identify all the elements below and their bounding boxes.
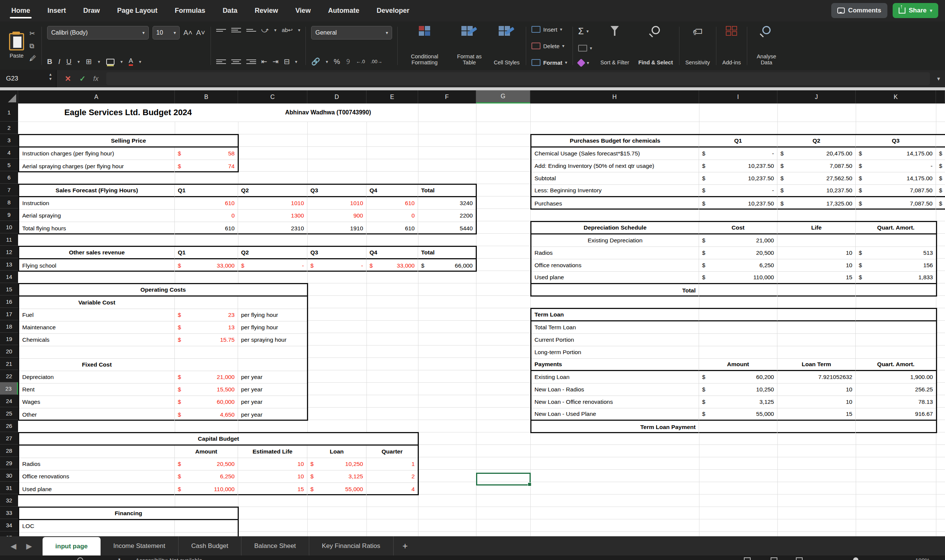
cell-H25[interactable]: New Loan - Used Plane bbox=[532, 408, 699, 421]
cell-C29[interactable]: 10 bbox=[238, 458, 307, 471]
cell-K11[interactable] bbox=[856, 234, 936, 247]
cell-E9[interactable]: 0 bbox=[367, 210, 418, 222]
cell-I6[interactable]: $10,237.50 bbox=[699, 172, 777, 185]
name-box-spinner[interactable]: ▲▼ bbox=[49, 72, 52, 81]
cell-A33[interactable]: Financing bbox=[19, 508, 237, 520]
cell-K24[interactable]: 78.13 bbox=[856, 396, 936, 408]
cell-F8[interactable]: 3240 bbox=[418, 197, 476, 210]
cell-D28[interactable]: Loan bbox=[307, 446, 367, 458]
row-header-19[interactable]: 19 bbox=[0, 333, 18, 345]
cell-K20[interactable] bbox=[856, 346, 936, 358]
cell-A29[interactable]: Radios bbox=[19, 458, 175, 471]
row-header-13[interactable]: 13 bbox=[0, 258, 18, 271]
cell-C17[interactable]: per flying hour bbox=[238, 309, 307, 322]
cell-C1[interactable]: Abhinav Wadhwa (T00743990) bbox=[238, 103, 418, 122]
cell-K13[interactable]: $156 bbox=[856, 259, 936, 272]
chevron-down-icon[interactable]: ▾ bbox=[274, 28, 276, 33]
cell-J14[interactable]: 15 bbox=[777, 272, 856, 284]
row-header-28[interactable]: 28 bbox=[0, 445, 18, 457]
menu-draw[interactable]: Draw bbox=[83, 7, 100, 15]
cell-C12[interactable]: Q2 bbox=[238, 247, 307, 259]
cell-B12[interactable]: Q1 bbox=[175, 247, 238, 259]
cell-B4[interactable]: $58 bbox=[175, 148, 237, 160]
cell-J18[interactable] bbox=[777, 322, 856, 334]
cell-E13[interactable]: $33,000 bbox=[367, 259, 418, 272]
cell-C28[interactable]: Estimated Life bbox=[238, 446, 307, 458]
chevron-down-icon[interactable]: ▾ bbox=[298, 28, 300, 33]
cell-B29[interactable]: $20,500 bbox=[175, 458, 238, 471]
addins-button[interactable]: Add-ins bbox=[718, 25, 745, 67]
cell-C9[interactable]: 1300 bbox=[238, 210, 307, 222]
cell-L7[interactable]: $ bbox=[936, 185, 945, 197]
cell-H24[interactable]: New Loan - Office renovations bbox=[532, 396, 699, 408]
cell-B30[interactable]: $6,250 bbox=[175, 471, 238, 483]
row-header-22[interactable]: 22 bbox=[0, 370, 18, 382]
col-header-J[interactable]: J bbox=[777, 90, 856, 103]
row-header-1[interactable]: 1 bbox=[0, 103, 18, 122]
cell-K19[interactable] bbox=[856, 334, 936, 346]
menu-insert[interactable]: Insert bbox=[48, 7, 66, 15]
cell-J20[interactable] bbox=[777, 346, 856, 358]
cell-F13[interactable]: $66,000 bbox=[418, 259, 476, 272]
cell-K3[interactable]: Q3 bbox=[856, 135, 936, 148]
decrease-font-icon[interactable]: A˅ bbox=[196, 29, 205, 37]
orientation-icon[interactable]: ⤻ bbox=[261, 26, 269, 34]
cell-J8[interactable]: $17,325.00 bbox=[777, 197, 856, 210]
cell-I20[interactable] bbox=[699, 346, 777, 358]
macro-record-icon[interactable] bbox=[77, 557, 83, 560]
cell-J15[interactable] bbox=[777, 284, 856, 297]
menu-view[interactable]: View bbox=[295, 7, 311, 15]
decrease-decimal-icon[interactable]: .00→ bbox=[371, 59, 382, 65]
col-header-F[interactable]: F bbox=[418, 90, 476, 103]
cell-H13[interactable]: Office renovations bbox=[532, 259, 699, 272]
cell-H15[interactable]: Total bbox=[532, 284, 699, 297]
cell-C24[interactable]: per year bbox=[238, 396, 307, 408]
cell-K7[interactable]: $7,087.50 bbox=[856, 185, 936, 197]
cell-E28[interactable]: Quarter bbox=[367, 446, 418, 458]
font-color-icon[interactable]: A bbox=[129, 58, 133, 66]
cell-A8[interactable]: Instruction bbox=[19, 197, 175, 210]
cell-J21[interactable]: Loan Term bbox=[777, 358, 856, 371]
cell-I26[interactable] bbox=[699, 421, 777, 433]
page-layout-view-icon[interactable] bbox=[771, 557, 777, 560]
find-select-button[interactable]: Find & Select bbox=[634, 25, 678, 67]
cell-B9[interactable]: 0 bbox=[175, 210, 238, 222]
cell-E31[interactable]: 4 bbox=[367, 483, 418, 495]
formula-input[interactable] bbox=[106, 72, 930, 85]
cell-A17[interactable]: Fuel bbox=[19, 309, 175, 322]
tab-cash-budget[interactable]: Cash Budget bbox=[179, 536, 241, 555]
conditional-formatting-button[interactable]: Conditional Formatting bbox=[399, 25, 450, 67]
cell-K15[interactable] bbox=[856, 284, 936, 297]
sort-filter-button[interactable]: Sort & Filter bbox=[596, 25, 634, 67]
cell-A1[interactable]: Eagle Services Ltd. Budget 2024 bbox=[18, 103, 238, 122]
row-header-8[interactable]: 8 bbox=[0, 196, 18, 209]
align-top-icon[interactable] bbox=[216, 29, 226, 32]
col-header-H[interactable]: H bbox=[530, 90, 699, 103]
row-header-31[interactable]: 31 bbox=[0, 482, 18, 494]
zoom-level[interactable]: 100% bbox=[915, 557, 930, 560]
cell-A5[interactable]: Aerial spraying charges (per flying hour bbox=[19, 160, 175, 172]
col-header-D[interactable]: D bbox=[307, 90, 367, 103]
cell-I13[interactable]: $6,250 bbox=[699, 259, 777, 272]
italic-button[interactable]: I bbox=[59, 58, 60, 66]
decrease-indent-icon[interactable]: ⇤ bbox=[261, 57, 267, 66]
cell-A15[interactable]: Operating Costs bbox=[19, 284, 307, 297]
row-header-18[interactable]: 18 bbox=[0, 320, 18, 333]
cell-E7[interactable]: Q4 bbox=[367, 185, 418, 197]
row-header-20[interactable]: 20 bbox=[0, 345, 18, 357]
borders-icon[interactable]: ⊞ bbox=[86, 57, 92, 66]
cut-icon[interactable]: ✂ bbox=[29, 29, 36, 38]
wrap-text-icon[interactable]: ab↩ bbox=[282, 27, 293, 34]
cell-A22[interactable]: Depreciaton bbox=[19, 371, 175, 383]
cell-D12[interactable]: Q3 bbox=[307, 247, 367, 259]
cell-C22[interactable]: per year bbox=[238, 371, 307, 383]
normal-view-icon[interactable] bbox=[744, 557, 751, 560]
cell-B21[interactable] bbox=[175, 358, 238, 371]
cell-I12[interactable]: $20,500 bbox=[699, 247, 777, 259]
share-button[interactable]: Share ▾ bbox=[893, 3, 938, 18]
formula-bar-expand-icon[interactable]: ▼ bbox=[932, 76, 945, 82]
cell-I23[interactable]: $10,250 bbox=[699, 383, 777, 396]
cell-A35[interactable]: Interest Rate bbox=[19, 532, 175, 536]
cell-H8[interactable]: Purchases bbox=[532, 197, 699, 210]
insert-cells-button[interactable]: Insert▾ bbox=[532, 26, 567, 33]
